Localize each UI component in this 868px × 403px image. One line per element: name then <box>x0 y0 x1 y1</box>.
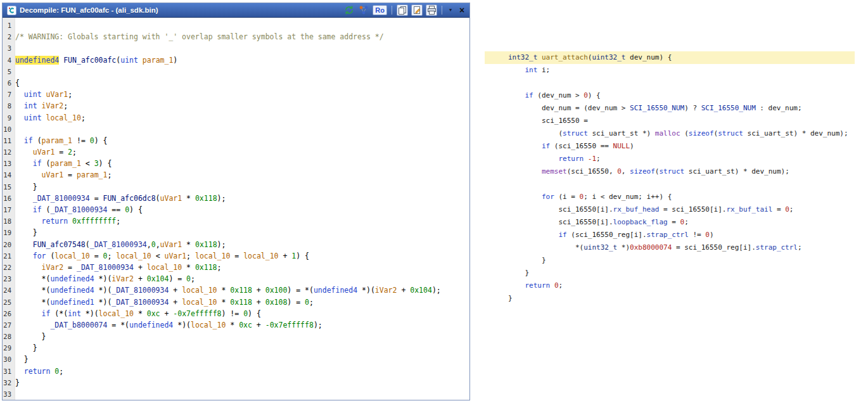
code-line[interactable]: 26 if (*(int *)(local_10 * 0xc + -0x7eff… <box>3 308 469 319</box>
token: undefined4 <box>50 286 94 295</box>
code-line[interactable]: sci_16550[i].rx_buf_head = sci_16550[i].… <box>485 203 855 216</box>
code-line[interactable]: 27 _DAT_b8000074 = *(undefined4 *)(local… <box>3 319 469 331</box>
token <box>68 217 72 226</box>
token: ) { <box>296 252 309 260</box>
decompile-titlebar[interactable]: Decompile: FUN_afc00afc - (ali_sdk.bin) … <box>3 3 469 18</box>
code-line[interactable]: 18 return 0xffffffff; <box>3 215 469 227</box>
code-line[interactable]: 5 <box>3 66 469 77</box>
code-line[interactable]: if (dev_num > 0) { <box>485 89 855 102</box>
code-line[interactable]: 7 uint uVar1; <box>3 89 469 100</box>
refresh-icon[interactable] <box>343 4 355 16</box>
decompiled-code[interactable]: 12/* WARNING: Globals starting with '_' … <box>3 20 469 400</box>
code-line[interactable]: } <box>485 254 855 267</box>
decompiled-code-area[interactable]: 12/* WARNING: Globals starting with '_' … <box>3 18 469 400</box>
code-line[interactable]: 19 } <box>3 227 469 238</box>
token: _DAT_81000934 <box>50 205 107 214</box>
code-line[interactable]: 2/* WARNING: Globals starting with '_' o… <box>3 31 469 42</box>
code-line[interactable]: for (i = 0; i < dev_num; i++) { <box>485 191 855 203</box>
print-icon[interactable] <box>426 4 437 16</box>
code-line[interactable]: 29 } <box>3 342 469 354</box>
token: ; <box>789 205 794 214</box>
code-line[interactable]: sci_16550 = <box>485 115 855 127</box>
line-number: 17 <box>3 204 13 215</box>
token: struct <box>659 167 684 176</box>
code-line[interactable]: (struct sci_uart_st *) malloc (sizeof(st… <box>485 127 855 140</box>
code-line[interactable]: 16 _DAT_81000934 = FUN_afc06dc8(uVar1 * … <box>3 193 469 204</box>
code-line-highlighted[interactable]: int32_t uart_attach(uint32_t dev_num) { <box>485 51 855 64</box>
code-line[interactable]: 33 <box>3 388 469 400</box>
code-line[interactable]: return -1; <box>485 153 855 165</box>
token: sizeof <box>630 167 655 176</box>
code-text: sci_16550[i].loopback_flag = 0; <box>506 218 689 226</box>
code-line[interactable]: 6{ <box>3 77 469 89</box>
source-code-panel[interactable]: int32_t uart_attach(uint32_t dev_num) { … <box>485 51 855 305</box>
code-line[interactable]: 14 uVar1 = param_1; <box>3 169 469 181</box>
code-line[interactable]: 17 if (_DAT_81000934 == 0) { <box>3 204 469 215</box>
token: ) { <box>248 309 261 318</box>
code-line[interactable]: } <box>485 292 855 305</box>
chevron-down-icon[interactable]: ▼ <box>447 4 454 16</box>
token: param_1 <box>143 56 173 65</box>
line-number: 16 <box>3 193 13 204</box>
code-line[interactable]: 25 *(undefined1 *)(_DAT_81000934 + local… <box>3 297 469 308</box>
token: , <box>622 167 630 176</box>
code-text: int32_t uart_attach(uint32_t dev_num) { <box>506 53 672 61</box>
code-text: } <box>13 332 46 341</box>
code-line[interactable]: 31 return 0; <box>3 366 469 377</box>
token: iVar2 <box>375 286 397 295</box>
titlebar-toolbar: Ro ▼ × <box>343 4 466 16</box>
code-line[interactable]: *(uint32_t *)0xb8000074 = sci_16550_reg[… <box>485 241 855 254</box>
token: (sci_16550, <box>567 167 617 176</box>
code-text: *(uint32_t *)0xb8000074 = sci_16550_reg[… <box>506 243 802 252</box>
line-number: 30 <box>3 354 13 365</box>
token: ) ? <box>684 104 701 112</box>
token <box>138 56 143 65</box>
code-line[interactable]: dev_num = (dev_num > SCI_16550_NUM) ? SC… <box>485 102 855 115</box>
ro-button[interactable]: Ro <box>373 5 387 15</box>
code-line[interactable]: return 0; <box>485 279 855 292</box>
token <box>508 281 525 290</box>
code-line[interactable]: 22 iVar2 = _DAT_81000934 + local_10 * 0x… <box>3 262 469 273</box>
code-line[interactable]: 11 if (param_1 != 0) { <box>3 135 469 146</box>
code-line[interactable]: 30 } <box>3 354 469 365</box>
code-line[interactable]: if (sci_16550 == NULL) <box>485 140 855 153</box>
token <box>15 309 42 318</box>
code-line[interactable] <box>485 178 855 191</box>
code-line[interactable]: 15 } <box>3 181 469 193</box>
code-text: if (sci_16550_reg[i].strap_ctrl != 0) <box>506 231 714 239</box>
function-graph-icon[interactable] <box>358 4 369 16</box>
close-icon[interactable]: × <box>457 4 466 16</box>
code-line[interactable]: 9 uint local_10; <box>3 112 469 124</box>
token: + <box>169 286 182 295</box>
copy-icon[interactable] <box>397 4 408 16</box>
code-line[interactable]: 3 <box>3 42 469 54</box>
code-line[interactable]: 28 } <box>3 331 469 342</box>
code-line[interactable]: 24 *(undefined4 *)(_DAT_81000934 + local… <box>3 285 469 296</box>
code-line[interactable] <box>485 77 855 89</box>
code-line[interactable]: if (sci_16550_reg[i].strap_ctrl != 0) <box>485 229 855 241</box>
code-line[interactable]: 1 <box>3 20 469 31</box>
code-line[interactable]: sci_16550[i].loopback_flag = 0; <box>485 216 855 229</box>
code-line[interactable]: 21 for (local_10 = 0; local_10 < uVar1; … <box>3 250 469 262</box>
token: != <box>689 231 706 239</box>
line-number: 29 <box>3 342 13 354</box>
token: sci_uart_st) * dev_num); <box>743 129 848 138</box>
export-icon[interactable] <box>411 4 423 16</box>
token: ; <box>63 101 68 110</box>
code-line[interactable]: 20 FUN_afc07548(_DAT_81000934,0,uVar1 * … <box>3 239 469 250</box>
token: != <box>72 136 90 145</box>
token: ( <box>508 129 563 138</box>
code-line[interactable]: int i; <box>485 64 855 77</box>
code-line[interactable]: 10 <box>3 124 469 135</box>
code-line[interactable]: 4undefined4 FUN_afc00afc(uint param_1) <box>3 54 469 66</box>
code-line[interactable]: } <box>485 267 855 279</box>
code-line[interactable]: 32} <box>3 377 469 388</box>
code-line[interactable]: 13 if (param_1 < 3) { <box>3 158 469 169</box>
code-line[interactable]: 12 uVar1 = 2; <box>3 146 469 158</box>
code-line[interactable]: memset(sci_16550, 0, sizeof(struct sci_u… <box>485 165 855 178</box>
code-text: if (_DAT_81000934 == 0) { <box>13 205 143 214</box>
token: iVar2 <box>42 263 64 272</box>
code-line[interactable]: 23 *(undefined4 *)(iVar2 + 0x104) = 0; <box>3 273 469 285</box>
code-line[interactable]: 8 int iVar2; <box>3 100 469 112</box>
token: : dev_num; <box>756 104 802 112</box>
